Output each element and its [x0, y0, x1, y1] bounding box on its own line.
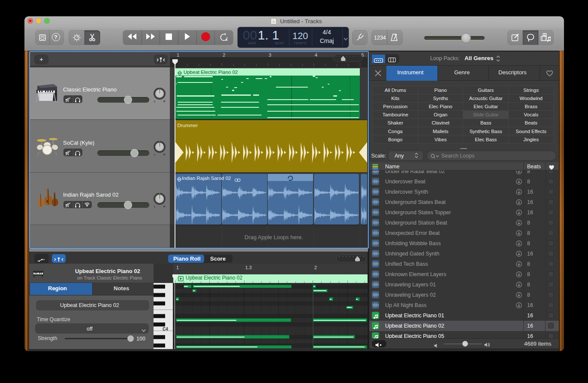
svg-text:C4: C4 — [163, 326, 168, 331]
